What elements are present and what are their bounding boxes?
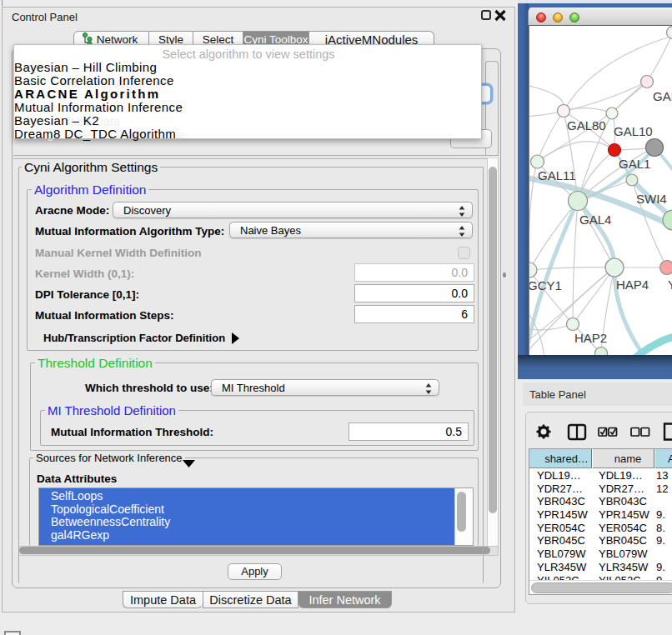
svg-text:GAL11: GAL11 bbox=[538, 168, 576, 182]
svg-text:GAL10: GAL10 bbox=[614, 124, 653, 138]
svg-text:GAL1: GAL1 bbox=[619, 157, 650, 171]
svg-text:SWI4: SWI4 bbox=[636, 192, 667, 206]
svg-text:GCY1: GCY1 bbox=[529, 278, 562, 292]
svg-text:GAL4: GAL4 bbox=[579, 212, 611, 227]
svg-text:YM: YM bbox=[668, 278, 672, 292]
svg-text:GAL7: GAL7 bbox=[653, 89, 672, 103]
svg-text:GAL80: GAL80 bbox=[567, 118, 606, 132]
svg-text:HAP4: HAP4 bbox=[616, 278, 649, 292]
svg-text:HAP2: HAP2 bbox=[574, 331, 607, 345]
